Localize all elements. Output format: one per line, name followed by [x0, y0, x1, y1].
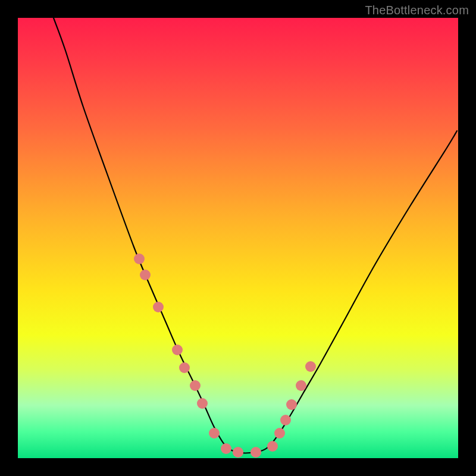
scatter-dot	[209, 428, 220, 439]
scatter-dots-group	[134, 253, 316, 458]
scatter-dot	[233, 447, 243, 458]
scatter-dot	[190, 380, 201, 391]
attribution-text: TheBottleneck.com	[365, 4, 469, 17]
scatter-dot	[250, 447, 261, 458]
scatter-dot	[197, 398, 208, 409]
scatter-dot	[286, 399, 297, 410]
scatter-dot	[172, 345, 183, 355]
scatter-dot	[305, 361, 316, 372]
scatter-dot	[221, 443, 231, 454]
scatter-dot	[280, 415, 291, 425]
scatter-dot	[179, 362, 190, 373]
bottleneck-curve	[54, 18, 457, 453]
chart-frame: TheBottleneck.com	[0, 0, 476, 476]
scatter-dot	[296, 380, 306, 391]
scatter-dot	[267, 441, 278, 452]
scatter-dot	[134, 253, 145, 264]
chart-svg	[18, 18, 458, 458]
scatter-dot	[274, 428, 285, 439]
scatter-dot	[153, 302, 164, 312]
scatter-dot	[140, 270, 151, 280]
